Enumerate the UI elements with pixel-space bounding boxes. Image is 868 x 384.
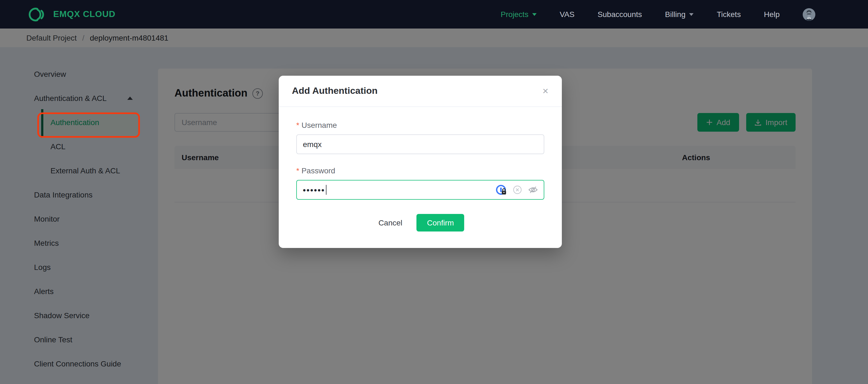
password-label: Password: [302, 166, 335, 175]
username-input[interactable]: [296, 134, 544, 154]
emqx-logo-icon: [26, 7, 46, 22]
emqx-logo-text: EMQX CLOUD: [53, 9, 116, 19]
chevron-down-icon: [689, 13, 694, 15]
nav-item-vas[interactable]: VAS: [560, 10, 575, 19]
confirm-button[interactable]: Confirm: [417, 214, 464, 231]
cancel-button[interactable]: Cancel: [376, 215, 404, 230]
nav-item-projects[interactable]: Projects: [501, 10, 536, 19]
nav-item-tickets[interactable]: Tickets: [717, 10, 741, 19]
password-field-group: * Password ••••••: [296, 166, 544, 200]
top-navbar: EMQX CLOUD Projects VAS Subaccounts Bill…: [0, 0, 868, 29]
modal-header: Add Authentication ✕: [279, 76, 562, 107]
required-marker: *: [296, 121, 299, 129]
onepassword-icon[interactable]: [495, 184, 507, 196]
nav-item-subaccounts[interactable]: Subaccounts: [597, 10, 642, 19]
required-marker: *: [296, 166, 299, 175]
nav-item-billing[interactable]: Billing: [665, 10, 694, 19]
username-label: Username: [302, 121, 337, 129]
user-avatar[interactable]: [803, 8, 815, 21]
eye-slash-icon[interactable]: [528, 185, 538, 194]
nav-item-help[interactable]: Help: [764, 10, 780, 19]
chevron-down-icon: [532, 13, 536, 15]
modal-footer: Cancel Confirm: [296, 214, 544, 248]
close-icon[interactable]: ✕: [540, 76, 551, 106]
text-cursor: [326, 185, 327, 195]
modal-body: * Username * Password ••••••: [279, 107, 562, 248]
modal-title: Add Authentication: [292, 86, 377, 97]
navbar-menu: Projects VAS Subaccounts Billing Tickets…: [501, 8, 815, 21]
add-authentication-modal: Add Authentication ✕ * Username * Passwo…: [279, 76, 562, 248]
emqx-logo[interactable]: EMQX CLOUD: [26, 7, 116, 22]
emqx-cloud-console: EMQX CLOUD Projects VAS Subaccounts Bill…: [0, 0, 868, 384]
username-field-group: * Username: [296, 121, 544, 154]
clear-input-icon[interactable]: [513, 185, 522, 194]
password-masked-value: ••••••: [303, 186, 325, 194]
password-input[interactable]: ••••••: [296, 180, 544, 200]
